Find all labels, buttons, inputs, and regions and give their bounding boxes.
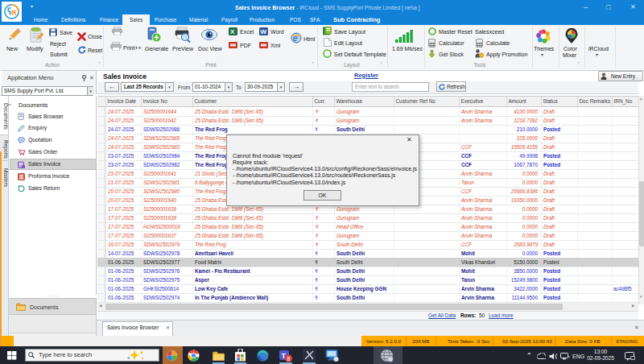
svg-text:W: W <box>261 28 267 35</box>
svg-text:R: R <box>11 9 17 17</box>
svg-text:8: 8 <box>287 356 291 362</box>
svg-text:X: X <box>230 28 235 35</box>
